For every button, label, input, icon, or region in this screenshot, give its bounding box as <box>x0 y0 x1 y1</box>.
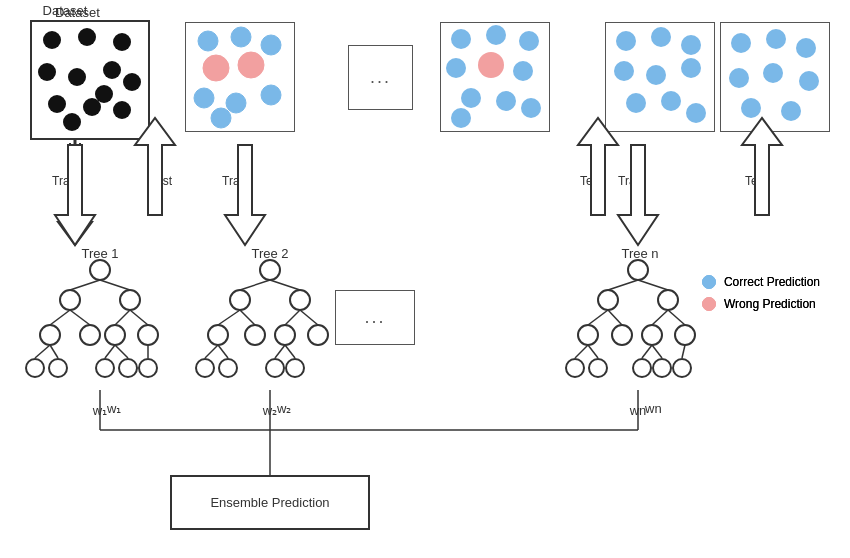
wrong-prediction-label: Wrong Prediction <box>724 297 816 311</box>
svg-line-127 <box>205 345 218 358</box>
svg-point-141 <box>653 359 671 377</box>
svg-text:Test: Test <box>150 174 173 188</box>
svg-point-132 <box>598 290 618 310</box>
svg-point-133 <box>658 290 678 310</box>
svg-line-129 <box>275 345 285 358</box>
dataset-box <box>30 20 150 140</box>
svg-point-26 <box>513 61 533 81</box>
svg-line-130 <box>285 345 295 358</box>
ellipsis-mid-box: ... <box>348 45 413 110</box>
svg-point-29 <box>521 98 541 118</box>
svg-point-43 <box>729 68 749 88</box>
svg-rect-86 <box>756 143 768 147</box>
svg-point-33 <box>681 35 701 55</box>
svg-point-41 <box>766 29 786 49</box>
svg-point-38 <box>661 91 681 111</box>
svg-rect-78 <box>591 145 605 215</box>
svg-point-118 <box>219 359 237 377</box>
svg-line-146 <box>608 310 622 325</box>
svg-point-90 <box>40 325 60 345</box>
svg-text:Tree 2: Tree 2 <box>251 246 288 261</box>
svg-point-137 <box>675 325 695 345</box>
ensemble-prediction-label: Ensemble Prediction <box>210 495 329 510</box>
svg-point-2 <box>113 33 131 51</box>
svg-line-151 <box>642 345 652 358</box>
svg-line-106 <box>50 345 58 358</box>
svg-point-116 <box>308 325 328 345</box>
dataset-label: Dataset <box>55 5 100 20</box>
svg-point-136 <box>642 325 662 345</box>
svg-line-144 <box>638 280 668 290</box>
svg-point-95 <box>49 359 67 377</box>
svg-line-152 <box>652 345 662 358</box>
svg-line-103 <box>115 310 130 325</box>
svg-point-47 <box>781 101 801 121</box>
svg-point-139 <box>589 359 607 377</box>
svg-point-88 <box>60 290 80 310</box>
svg-point-32 <box>651 27 671 47</box>
svg-point-131 <box>628 260 648 280</box>
svg-text:wn: wn <box>644 401 662 416</box>
svg-line-102 <box>70 310 90 325</box>
svg-point-117 <box>196 359 214 377</box>
svg-point-16 <box>238 52 264 78</box>
svg-marker-76 <box>225 215 265 245</box>
legend-wrong-item: Wrong Prediction <box>702 297 820 311</box>
svg-line-105 <box>35 345 50 358</box>
svg-point-114 <box>245 325 265 345</box>
svg-point-97 <box>119 359 137 377</box>
svg-line-153 <box>682 345 685 358</box>
svg-point-96 <box>96 359 114 377</box>
svg-text:Train: Train <box>52 174 79 188</box>
svg-rect-80 <box>592 143 604 147</box>
svg-point-11 <box>95 85 113 103</box>
svg-line-99 <box>70 280 100 290</box>
svg-text:w₁: w₁ <box>92 403 107 418</box>
svg-point-110 <box>260 260 280 280</box>
correct-prediction-dot <box>702 275 716 289</box>
svg-point-98 <box>139 359 157 377</box>
svg-point-44 <box>763 63 783 83</box>
svg-point-46 <box>741 98 761 118</box>
svg-line-125 <box>285 310 300 325</box>
svg-line-121 <box>240 280 270 290</box>
svg-line-126 <box>300 310 318 325</box>
svg-rect-72 <box>148 145 162 215</box>
svg-rect-84 <box>755 145 769 215</box>
tree1 <box>26 260 158 377</box>
svg-text:Train: Train <box>222 174 249 188</box>
svg-text:Test: Test <box>580 174 603 188</box>
svg-point-134 <box>578 325 598 345</box>
svg-point-35 <box>646 65 666 85</box>
svg-marker-70 <box>55 215 95 245</box>
svg-point-14 <box>261 35 281 55</box>
svg-point-135 <box>612 325 632 345</box>
svg-point-34 <box>614 61 634 81</box>
correct-prediction-label: Correct Prediction <box>724 275 820 289</box>
svg-point-9 <box>113 101 131 119</box>
tree2 <box>196 260 328 377</box>
svg-marker-66 <box>58 222 92 245</box>
svg-point-1 <box>78 28 96 46</box>
svg-point-13 <box>231 27 251 47</box>
svg-point-91 <box>80 325 100 345</box>
svg-point-18 <box>226 93 246 113</box>
svg-point-20 <box>211 108 231 128</box>
sample4-box <box>720 22 830 132</box>
svg-text:wn: wn <box>629 403 647 418</box>
svg-marker-82 <box>618 215 658 245</box>
svg-point-21 <box>451 29 471 49</box>
svg-point-42 <box>796 38 816 58</box>
svg-point-92 <box>105 325 125 345</box>
svg-line-100 <box>100 280 130 290</box>
svg-point-119 <box>266 359 284 377</box>
svg-point-25 <box>478 52 504 78</box>
svg-point-111 <box>230 290 250 310</box>
svg-point-142 <box>673 359 691 377</box>
svg-point-40 <box>731 33 751 53</box>
svg-point-15 <box>203 55 229 81</box>
train-arrow-tree2 <box>225 145 265 245</box>
svg-line-104 <box>130 310 148 325</box>
svg-line-148 <box>668 310 685 325</box>
svg-point-37 <box>626 93 646 113</box>
